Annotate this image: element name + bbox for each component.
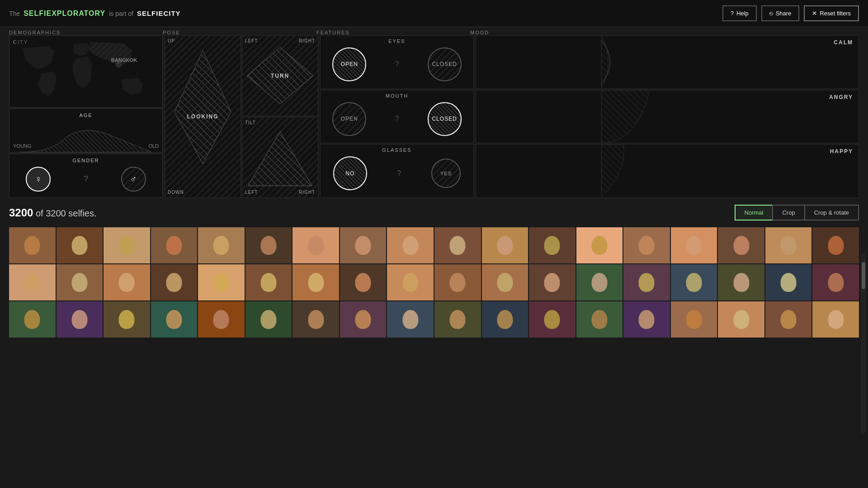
photo-item[interactable] — [671, 301, 717, 338]
pose-looking-panel[interactable]: UP DOWN LOOKING — [165, 35, 241, 198]
photo-item[interactable] — [104, 301, 150, 338]
brand2-name: SELFIECITY — [137, 9, 181, 17]
photo-item[interactable] — [198, 227, 245, 263]
glasses-question: ? — [392, 167, 406, 180]
photo-item[interactable] — [671, 227, 717, 263]
photo-item[interactable] — [9, 264, 56, 300]
photo-item[interactable] — [576, 264, 623, 300]
calm-panel[interactable]: CALM — [476, 35, 859, 89]
scrollbar[interactable] — [861, 253, 866, 338]
glasses-no-button[interactable]: NO — [333, 156, 367, 190]
happy-panel[interactable]: HAPPY — [476, 144, 859, 198]
age-panel[interactable]: AGE YOUNG OLD — [9, 108, 163, 153]
view-crop-button[interactable]: Crop — [772, 205, 804, 221]
photo-item[interactable] — [245, 264, 292, 300]
gender-male-button[interactable]: ♂ — [121, 167, 146, 192]
pose-left-column: UP DOWN LOOKING — [165, 35, 241, 198]
photo-item[interactable] — [292, 301, 339, 338]
mouth-closed-button[interactable]: CLOSED — [428, 102, 462, 136]
photo-item[interactable] — [340, 227, 387, 263]
share-button[interactable]: ⎋ Share — [761, 5, 800, 21]
photo-item[interactable] — [765, 227, 812, 263]
reset-filters-button[interactable]: ✕ Reset filters — [804, 5, 859, 21]
photo-item[interactable] — [104, 227, 150, 263]
view-crop-rotate-button[interactable]: Crop & rotate — [804, 205, 859, 221]
glasses-label: GLASSES — [382, 147, 411, 153]
photo-item[interactable] — [529, 264, 576, 300]
pose-tilt-panel[interactable]: TILT LEFT RIGHT — [242, 117, 318, 198]
mouth-question: ? — [390, 112, 404, 126]
photo-item[interactable] — [151, 301, 198, 338]
help-icon: ? — [731, 10, 734, 17]
photo-item[interactable] — [718, 227, 764, 263]
view-buttons: Normal Crop Crop & rotate — [735, 205, 859, 221]
photo-item[interactable] — [57, 264, 103, 300]
city-panel[interactable]: CITY BANGKOK — [9, 35, 163, 108]
pose-turn-label: TURN — [271, 73, 289, 79]
photo-item[interactable] — [292, 227, 339, 263]
photo-item[interactable] — [671, 264, 717, 300]
eyes-open-button[interactable]: OPEN — [332, 47, 366, 81]
selfie-count-number: 3200 — [9, 206, 33, 219]
photo-item[interactable] — [765, 301, 812, 338]
photo-item[interactable] — [718, 264, 764, 300]
glasses-yes-button[interactable]: YES — [431, 159, 461, 188]
eyes-open-label: OPEN — [341, 61, 358, 67]
view-normal-button[interactable]: Normal — [735, 205, 773, 221]
photo-item[interactable] — [198, 301, 245, 338]
photo-item[interactable] — [529, 301, 576, 338]
age-curve-svg — [9, 125, 162, 152]
photo-item[interactable] — [9, 227, 56, 263]
photo-item[interactable] — [623, 264, 670, 300]
photo-item[interactable] — [245, 227, 292, 263]
svg-marker-7 — [175, 51, 231, 164]
view-crop-rotate-label: Crop & rotate — [814, 209, 849, 216]
gender-female-button[interactable]: ♀ — [26, 167, 51, 192]
photo-item[interactable] — [387, 264, 434, 300]
photo-item[interactable] — [245, 301, 292, 338]
photo-item[interactable] — [387, 301, 434, 338]
photo-item[interactable] — [104, 264, 150, 300]
eyes-question: ? — [390, 57, 404, 71]
mouth-panel: MOUTH OPEN ? CLOSED — [320, 90, 474, 144]
photo-item[interactable] — [812, 301, 859, 338]
mouth-closed-label: CLOSED — [432, 116, 457, 122]
view-normal-label: Normal — [745, 209, 764, 216]
eyes-closed-button[interactable]: CLOSED — [428, 47, 462, 81]
photo-item[interactable] — [576, 301, 623, 338]
photo-item[interactable] — [57, 301, 103, 338]
photo-item[interactable] — [482, 301, 528, 338]
photo-item[interactable] — [434, 264, 481, 300]
photo-item[interactable] — [434, 301, 481, 338]
photo-item[interactable] — [623, 227, 670, 263]
angry-panel[interactable]: ANGRY — [476, 90, 859, 144]
pose-turn-panel[interactable]: LEFT RIGHT TURN — [242, 35, 318, 116]
svg-marker-11 — [248, 131, 312, 186]
photo-item[interactable] — [576, 227, 623, 263]
photo-item[interactable] — [623, 301, 670, 338]
photo-item[interactable] — [765, 264, 812, 300]
of-text: of — [36, 208, 43, 218]
photo-item[interactable] — [482, 227, 528, 263]
photo-item[interactable] — [292, 264, 339, 300]
photo-item[interactable] — [151, 227, 198, 263]
bottom-bar: 3200 of 3200 selfies. Normal Crop Crop &… — [0, 198, 868, 227]
photo-item[interactable] — [340, 264, 387, 300]
help-button[interactable]: ? Help — [722, 5, 757, 21]
scrollbar-thumb[interactable] — [862, 262, 865, 289]
mouth-open-button[interactable]: OPEN — [332, 102, 366, 136]
photo-item[interactable] — [151, 264, 198, 300]
photo-item[interactable] — [812, 227, 859, 263]
photo-item[interactable] — [482, 264, 528, 300]
photo-item[interactable] — [812, 264, 859, 300]
photo-item[interactable] — [529, 227, 576, 263]
photo-item[interactable] — [198, 264, 245, 300]
photo-item[interactable] — [9, 301, 56, 338]
selfies-text: selfies. — [68, 208, 96, 218]
photo-item[interactable] — [434, 227, 481, 263]
features-header: FEATURES — [316, 30, 470, 35]
photo-item[interactable] — [57, 227, 103, 263]
photo-item[interactable] — [387, 227, 434, 263]
photo-item[interactable] — [718, 301, 764, 338]
photo-item[interactable] — [340, 301, 387, 338]
